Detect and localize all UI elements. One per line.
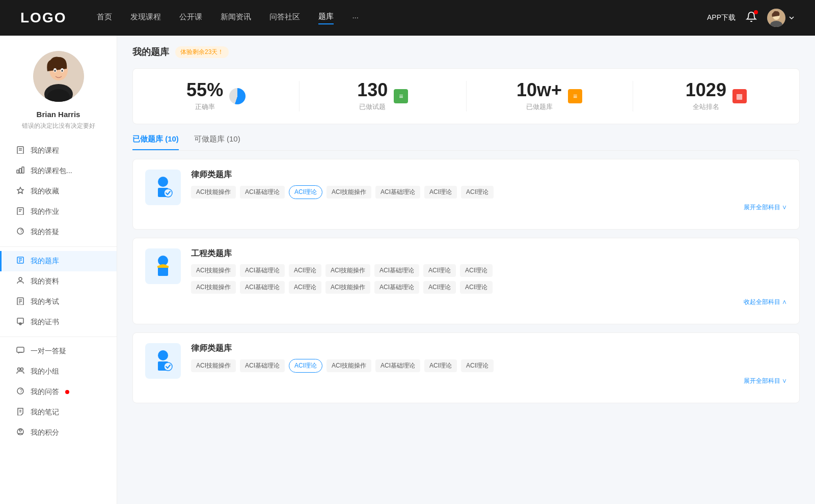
svg-rect-48: [158, 267, 168, 276]
tag-2-2[interactable]: ACI理论: [289, 264, 321, 277]
nav-qa[interactable]: 问答社区: [269, 12, 300, 24]
profile-motto: 错误的决定比没有决定要好: [12, 122, 105, 130]
tag-2b-1[interactable]: ACI基础理论: [240, 281, 285, 294]
tags-row-2a: ACI技能操作 ACI基础理论 ACI理论 ACI技能操作 ACI基础理论 AC…: [191, 264, 787, 277]
notification-dot: [754, 10, 758, 14]
sidebar-item-profile[interactable]: 我的资料: [0, 271, 117, 292]
engineer-bank-icon: [145, 248, 181, 284]
nav-home[interactable]: 首页: [97, 12, 112, 24]
svg-rect-15: [19, 169, 21, 173]
profile-icon: [15, 276, 25, 287]
done-banks-label: 已做题库: [517, 102, 562, 111]
tag-2-1[interactable]: ACI基础理论: [240, 264, 285, 277]
sidebar-item-course-pkg[interactable]: 我的课程包...: [0, 161, 117, 181]
tag-3-1[interactable]: ACI基础理论: [240, 359, 285, 372]
tag-3-0[interactable]: ACI技能操作: [191, 359, 236, 372]
svg-point-8: [54, 70, 56, 72]
tag-1-3[interactable]: ACI技能操作: [327, 186, 371, 199]
top-navigation: LOGO 首页 发现课程 公开课 新闻资讯 问答社区 题库 ··· APP下载: [0, 0, 815, 36]
tag-2-3[interactable]: ACI技能操作: [325, 264, 370, 277]
sidebar-item-1to1[interactable]: 一对一答疑: [0, 341, 117, 361]
app-download-button[interactable]: APP下载: [707, 13, 736, 22]
star-icon: [15, 186, 25, 197]
expand-link-3[interactable]: 展开全部科目 ∨: [191, 377, 787, 385]
tag-2b-3[interactable]: ACI技能操作: [325, 281, 370, 294]
qa-icon: ?: [15, 227, 25, 237]
nav-news[interactable]: 新闻资讯: [221, 12, 251, 24]
bank-title-3: 律师类题库: [191, 343, 787, 354]
exam-icon: [15, 297, 25, 307]
tag-1-0[interactable]: ACI技能操作: [191, 186, 236, 199]
done-questions-label: 已做试题: [357, 102, 388, 111]
rank-value: 1029: [686, 81, 726, 99]
sidebar: Brian Harris 错误的决定比没有决定要好 我的课程 我的课程包... …: [0, 36, 117, 504]
tag-2b-0[interactable]: ACI技能操作: [191, 281, 236, 294]
sidebar-item-favorites[interactable]: 我的收藏: [0, 181, 117, 202]
sidebar-item-question-bank[interactable]: 我的题库: [0, 251, 117, 271]
tag-2-0[interactable]: ACI技能操作: [191, 264, 236, 277]
nav-open-course[interactable]: 公开课: [179, 12, 202, 24]
collapse-link-2[interactable]: 收起全部科目 ∧: [191, 298, 787, 306]
sidebar-item-notes[interactable]: 我的笔记: [0, 402, 117, 423]
expand-link-1[interactable]: 展开全部科目 ∨: [191, 203, 787, 212]
nav-discover[interactable]: 发现课程: [130, 12, 161, 24]
main-content: 我的题库 体验剩余23天！ 55% 正确率 130 已做试题: [117, 36, 815, 504]
tag-1-1[interactable]: ACI基础理论: [240, 186, 285, 199]
tab-available-banks[interactable]: 可做题库 (10): [194, 134, 240, 150]
logo[interactable]: LOGO: [20, 10, 66, 26]
bank-card-header-3: 律师类题库 ACI技能操作 ACI基础理论 ACI理论 ACI技能操作 ACI基…: [145, 343, 787, 385]
tag-3-2[interactable]: ACI理论: [289, 359, 322, 373]
svg-rect-35: [17, 347, 24, 352]
group-icon: [15, 367, 25, 377]
sidebar-item-my-qa[interactable]: ? 我的问答: [0, 382, 117, 402]
svg-rect-49: [157, 266, 169, 268]
sidebar-item-points[interactable]: 我的积分: [0, 423, 117, 443]
tag-2b-2[interactable]: ACI理论: [289, 281, 321, 294]
tags-row-1: ACI技能操作 ACI基础理论 ACI理论 ACI技能操作 ACI基础理论 AC…: [191, 185, 787, 199]
bank-title-2: 工程类题库: [191, 248, 787, 259]
sidebar-item-certificate[interactable]: 我的证书: [0, 312, 117, 332]
tag-2-4[interactable]: ACI基础理论: [374, 264, 419, 277]
tag-2b-4[interactable]: ACI基础理论: [374, 281, 419, 294]
tag-1-4[interactable]: ACI基础理论: [375, 186, 420, 199]
profile-avatar: [33, 51, 84, 102]
svg-point-46: [164, 189, 172, 197]
bank-card-engineer: 工程类题库 ACI技能操作 ACI基础理论 ACI理论 ACI技能操作 ACI基…: [132, 238, 800, 324]
svg-text:?: ?: [20, 388, 23, 394]
rank-icon: [732, 89, 747, 103]
tag-3-4[interactable]: ACI基础理论: [375, 359, 420, 372]
nav-questions[interactable]: 题库: [318, 12, 334, 24]
sidebar-item-homework[interactable]: 我的作业: [0, 202, 117, 222]
tag-2-6[interactable]: ACI理论: [460, 264, 493, 277]
tag-2b-5[interactable]: ACI理论: [423, 281, 456, 294]
tags-row-3: ACI技能操作 ACI基础理论 ACI理论 ACI技能操作 ACI基础理论 AC…: [191, 359, 787, 373]
tag-2b-6[interactable]: ACI理论: [460, 281, 493, 294]
done-questions-value: 130: [357, 81, 388, 99]
rank-text: 1029 全站排名: [686, 81, 726, 111]
sidebar-item-my-course[interactable]: 我的课程: [0, 141, 117, 161]
tag-1-6[interactable]: ACI理论: [461, 186, 494, 199]
done-questions-icon: [394, 89, 408, 103]
tag-3-5[interactable]: ACI理论: [424, 359, 457, 372]
notification-bell[interactable]: [746, 11, 757, 24]
tag-1-5[interactable]: ACI理论: [424, 186, 457, 199]
svg-rect-14: [17, 170, 19, 173]
tab-done-banks[interactable]: 已做题库 (10): [132, 134, 179, 150]
svg-marker-17: [17, 187, 23, 193]
tag-3-6[interactable]: ACI理论: [461, 359, 494, 372]
tag-3-3[interactable]: ACI技能操作: [327, 359, 371, 372]
stat-done-banks: 10w+ 已做题库: [467, 81, 633, 111]
sidebar-item-group[interactable]: 我的小组: [0, 361, 117, 382]
sidebar-item-qa[interactable]: ? 我的答疑: [0, 222, 117, 242]
svg-rect-16: [22, 167, 24, 173]
homework-icon: [15, 207, 25, 217]
tags-row-2b: ACI技能操作 ACI基础理论 ACI理论 ACI技能操作 ACI基础理论 AC…: [191, 281, 787, 294]
notes-icon: [15, 407, 25, 417]
qa-notification-dot: [65, 390, 69, 394]
sidebar-item-exam[interactable]: 我的考试: [0, 292, 117, 312]
user-avatar-menu[interactable]: [767, 9, 795, 27]
svg-point-37: [21, 368, 23, 371]
nav-more[interactable]: ···: [352, 13, 359, 23]
tag-2-5[interactable]: ACI理论: [423, 264, 456, 277]
tag-1-2[interactable]: ACI理论: [289, 185, 322, 199]
